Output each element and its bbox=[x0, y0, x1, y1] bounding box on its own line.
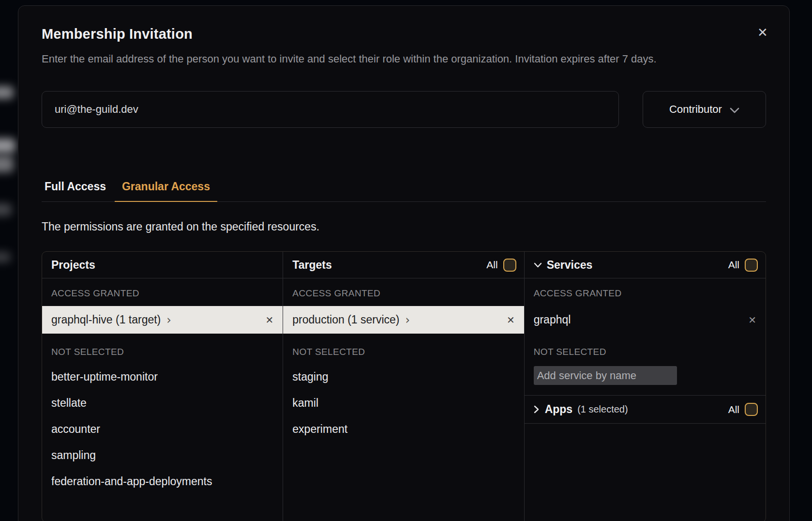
target-item[interactable]: experiment bbox=[283, 416, 524, 442]
email-input[interactable] bbox=[42, 91, 619, 128]
target-granted-label: production (1 service) bbox=[292, 313, 399, 326]
services-access-granted-label: ACCESS GRANTED bbox=[525, 278, 766, 306]
remove-service-icon[interactable]: ✕ bbox=[748, 314, 756, 326]
targets-column: Targets All ACCESS GRANTED production (1… bbox=[283, 252, 524, 521]
targets-access-granted-label: ACCESS GRANTED bbox=[283, 278, 524, 306]
target-granted-row[interactable]: production (1 service) › ✕ bbox=[283, 306, 524, 334]
targets-all-group: All bbox=[486, 259, 516, 272]
apps-label: Apps bbox=[545, 403, 573, 416]
services-column-header[interactable]: Services All bbox=[525, 252, 766, 278]
services-all-label: All bbox=[728, 259, 739, 271]
targets-not-selected-label: NOT SELECTED bbox=[283, 334, 524, 364]
role-select[interactable]: Contributor bbox=[643, 91, 766, 128]
tab-full-access[interactable]: Full Access bbox=[37, 180, 113, 201]
chevron-right-icon bbox=[534, 405, 539, 414]
membership-invitation-dialog: ✕ Membership Invitation Enter the email … bbox=[18, 5, 790, 521]
targets-header-label: Targets bbox=[292, 259, 331, 272]
services-not-selected-label: NOT SELECTED bbox=[525, 334, 766, 364]
services-header-label: Services bbox=[547, 259, 593, 272]
backdrop-blur-shape bbox=[0, 252, 11, 262]
role-select-value: Contributor bbox=[669, 103, 722, 116]
services-all-checkbox[interactable] bbox=[745, 259, 758, 272]
project-item[interactable]: federation-and-app-deployments bbox=[42, 468, 283, 494]
remove-target-icon[interactable]: ✕ bbox=[507, 314, 515, 326]
backdrop-blur-shape bbox=[0, 156, 14, 172]
dialog-description: Enter the email address of the person yo… bbox=[42, 50, 766, 68]
project-item[interactable]: accounter bbox=[42, 416, 283, 442]
projects-access-granted-label: ACCESS GRANTED bbox=[42, 278, 283, 306]
remove-project-icon[interactable]: ✕ bbox=[266, 314, 274, 326]
project-item[interactable]: stellate bbox=[42, 390, 283, 416]
target-item[interactable]: staging bbox=[283, 364, 524, 390]
service-granted-row[interactable]: graphql ✕ bbox=[525, 306, 766, 334]
targets-all-checkbox[interactable] bbox=[503, 259, 516, 272]
targets-all-label: All bbox=[486, 259, 497, 271]
invite-form-row: Contributor bbox=[42, 91, 766, 128]
targets-column-header: Targets All bbox=[283, 252, 524, 278]
resource-selection-panel: Projects ACCESS GRANTED graphql-hive (1 … bbox=[42, 251, 766, 521]
service-granted-label: graphql bbox=[534, 313, 571, 326]
close-icon[interactable]: ✕ bbox=[754, 24, 771, 41]
apps-all-group: All bbox=[728, 403, 758, 416]
apps-selected-count: (1 selected) bbox=[577, 404, 628, 415]
chevron-right-icon: › bbox=[405, 314, 410, 326]
apps-section-row[interactable]: Apps (1 selected) All bbox=[525, 395, 766, 424]
projects-header-label: Projects bbox=[51, 259, 95, 272]
tab-granular-access[interactable]: Granular Access bbox=[115, 180, 217, 201]
add-service-input[interactable] bbox=[534, 366, 677, 385]
backdrop-blur-shape bbox=[0, 138, 15, 153]
chevron-down-icon bbox=[534, 262, 542, 268]
permissions-note: The permissions are granted on the speci… bbox=[42, 220, 766, 233]
services-column: Services All ACCESS GRANTED graphql ✕ NO… bbox=[525, 252, 766, 521]
services-all-group: All bbox=[728, 259, 758, 272]
apps-all-checkbox[interactable] bbox=[745, 403, 758, 416]
dialog-title: Membership Invitation bbox=[42, 26, 766, 42]
target-item[interactable]: kamil bbox=[283, 390, 524, 416]
chevron-right-icon: › bbox=[166, 314, 171, 326]
project-item[interactable]: sampling bbox=[42, 442, 283, 468]
backdrop-blur-shape bbox=[0, 86, 14, 99]
project-granted-label: graphql-hive (1 target) bbox=[51, 313, 161, 326]
chevron-down-icon bbox=[730, 106, 739, 113]
projects-not-selected-label: NOT SELECTED bbox=[42, 334, 283, 364]
access-tabs: Full Access Granular Access bbox=[42, 180, 766, 202]
project-granted-row[interactable]: graphql-hive (1 target) › ✕ bbox=[42, 306, 283, 334]
projects-column: Projects ACCESS GRANTED graphql-hive (1 … bbox=[42, 252, 283, 521]
projects-column-header: Projects bbox=[42, 252, 283, 278]
backdrop-blur-shape bbox=[0, 203, 12, 216]
apps-all-label: All bbox=[728, 404, 739, 415]
project-item[interactable]: better-uptime-monitor bbox=[42, 364, 283, 390]
